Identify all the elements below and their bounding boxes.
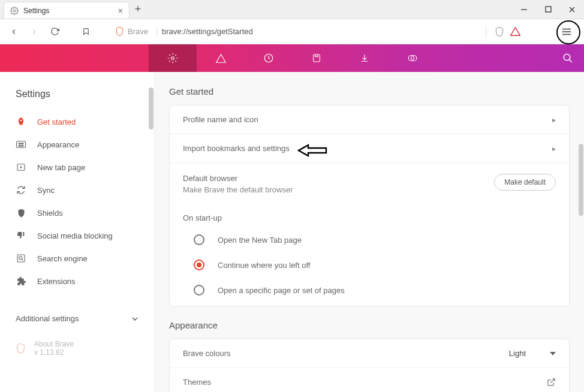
- svg-rect-2: [546, 7, 551, 12]
- make-default-button[interactable]: Make default: [494, 174, 556, 191]
- svg-point-15: [564, 54, 570, 61]
- strip-wallet-icon[interactable]: [389, 44, 437, 72]
- shield-outline-icon[interactable]: [495, 26, 504, 37]
- brave-colours-label: Brave colours: [183, 349, 230, 358]
- startup-option-label: Open a specific page or set of pages: [218, 286, 345, 295]
- svg-point-29: [19, 257, 22, 260]
- startup-option-continue[interactable]: Continue where you left off: [170, 252, 569, 278]
- section-title-appearance: Appearance: [169, 320, 570, 330]
- strip-rewards-icon[interactable]: [197, 44, 245, 72]
- search-square-icon: [16, 253, 26, 264]
- default-browser-title: Default browser: [183, 174, 293, 183]
- sidebar-item-new-tab-page[interactable]: New tab page: [0, 156, 154, 179]
- sidebar-item-label: Sync: [37, 186, 55, 195]
- default-browser-row: Default browser Make Brave the default b…: [170, 162, 569, 205]
- sidebar-heading: Settings: [0, 89, 154, 110]
- address-bar[interactable]: Brave brave://settings/getStarted: [110, 23, 478, 41]
- caret-down-icon: [550, 352, 556, 355]
- settings-content: Get started Profile name and icon ▸ Impo…: [155, 72, 584, 392]
- main-area: Settings Get started Appearance New tab …: [0, 72, 584, 392]
- brave-colours-value: Light: [509, 349, 526, 358]
- thumbs-down-icon: [16, 230, 26, 241]
- startup-heading: On start-up: [170, 205, 569, 227]
- additional-settings-label: Additional settings: [16, 314, 79, 323]
- hamburger-menu-button[interactable]: [558, 23, 576, 41]
- svg-rect-12: [314, 55, 320, 62]
- sidebar-item-get-started[interactable]: Get started: [0, 110, 154, 133]
- svg-point-19: [19, 143, 20, 144]
- profile-row[interactable]: Profile name and icon ▸: [170, 105, 569, 134]
- svg-point-9: [171, 57, 174, 60]
- sidebar-scrollbar[interactable]: [149, 88, 153, 129]
- get-started-card: Profile name and icon ▸ Import bookmarks…: [169, 105, 570, 307]
- sidebar-item-sync[interactable]: Sync: [0, 179, 154, 201]
- svg-marker-31: [550, 352, 556, 355]
- sidebar-item-appearance[interactable]: Appearance: [0, 133, 154, 156]
- svg-point-23: [20, 145, 22, 146]
- svg-point-17: [20, 120, 22, 122]
- startup-option-label: Continue where you left off: [218, 261, 310, 270]
- about-brave[interactable]: About Brave v 1.13.82: [0, 331, 154, 365]
- additional-settings-toggle[interactable]: Additional settings: [0, 303, 154, 331]
- brave-colours-row[interactable]: Brave colours Light: [170, 339, 569, 367]
- sidebar-item-label: Extensions: [37, 277, 76, 286]
- new-window-icon: [16, 162, 26, 173]
- settings-sidebar: Settings Get started Appearance New tab …: [0, 72, 155, 392]
- strip-search-icon[interactable]: [562, 53, 573, 64]
- section-title-get-started: Get started: [169, 86, 570, 97]
- import-row-label: Import bookmarks and settings: [183, 144, 290, 153]
- external-link-icon: [547, 378, 556, 387]
- startup-option-new-tab[interactable]: Open the New Tab page: [170, 227, 569, 252]
- rewards-triangle-icon[interactable]: [510, 27, 520, 36]
- brave-shield-icon: Brave: [115, 26, 157, 37]
- sidebar-item-extensions[interactable]: Extensions: [0, 270, 154, 293]
- sidebar-item-shields[interactable]: Shields: [0, 201, 154, 224]
- radio-unchecked-icon: [194, 285, 204, 295]
- back-button[interactable]: [5, 23, 23, 41]
- default-browser-sub: Make Brave the default browser: [183, 185, 293, 194]
- new-tab-button[interactable]: +: [130, 0, 146, 19]
- sidebar-item-social-media-blocking[interactable]: Social media blocking: [0, 224, 154, 247]
- brave-colours-select[interactable]: Light: [509, 349, 556, 358]
- startup-option-specific[interactable]: Open a specific page or set of pages: [170, 278, 569, 306]
- reload-button[interactable]: [46, 23, 64, 41]
- about-version: v 1.13.82: [34, 348, 74, 357]
- sync-icon: [16, 185, 26, 195]
- svg-rect-28: [17, 255, 25, 262]
- svg-line-16: [569, 59, 572, 62]
- sidebar-item-search-engine[interactable]: Search engine: [0, 247, 154, 270]
- svg-line-30: [22, 259, 23, 260]
- brave-lion-icon: [16, 343, 26, 354]
- svg-line-32: [550, 379, 555, 383]
- strip-history-icon[interactable]: [245, 44, 293, 72]
- address-prefix: Brave: [128, 27, 148, 36]
- window-controls: [512, 0, 584, 19]
- bookmark-button[interactable]: [77, 23, 95, 41]
- maximize-button[interactable]: [536, 0, 560, 19]
- shield-icon: [16, 207, 26, 218]
- forward-button[interactable]: [25, 23, 43, 41]
- svg-point-21: [22, 143, 23, 144]
- strip-settings-icon[interactable]: [149, 44, 197, 72]
- startup-option-label: Open the New Tab page: [218, 236, 302, 245]
- strip-bookmarks-icon[interactable]: [293, 44, 341, 72]
- themes-label: Themes: [183, 378, 211, 387]
- rocket-icon: [16, 116, 26, 127]
- content-scrollbar[interactable]: [579, 144, 583, 216]
- appearance-card: Brave colours Light Themes: [169, 339, 570, 392]
- close-tab-icon[interactable]: ×: [118, 6, 123, 16]
- close-window-button[interactable]: [560, 0, 584, 19]
- browser-tab[interactable]: Settings ×: [4, 2, 130, 19]
- import-bookmarks-row[interactable]: Import bookmarks and settings ▸: [170, 134, 569, 162]
- tab-title: Settings: [23, 7, 49, 15]
- svg-point-20: [20, 143, 22, 144]
- radio-checked-icon: [194, 260, 204, 270]
- svg-point-24: [22, 145, 23, 146]
- sidebar-item-label: Get started: [37, 117, 76, 126]
- themes-row[interactable]: Themes: [170, 367, 569, 392]
- sidebar-item-label: Social media blocking: [37, 231, 113, 240]
- chevron-right-icon: ▸: [552, 144, 556, 153]
- minimize-button[interactable]: [512, 0, 536, 19]
- sidebar-item-label: New tab page: [37, 163, 85, 172]
- strip-downloads-icon[interactable]: [341, 44, 389, 72]
